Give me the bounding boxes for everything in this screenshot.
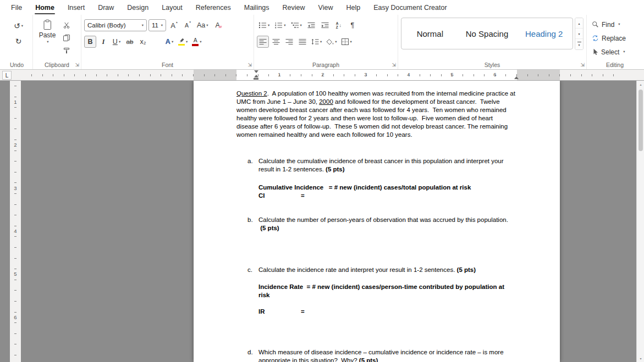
multilevel-list-button[interactable]: ▾ [289,19,304,31]
dialog-launcher-icon[interactable]: ⇲ [580,63,585,68]
highlight-button[interactable]: ▾ [177,36,189,48]
copy-button[interactable] [61,33,72,43]
dialog-launcher-icon[interactable]: ⇲ [392,63,396,68]
menu-tab-design[interactable]: Design [120,0,155,15]
scroll-up-icon[interactable]: ▴ [637,82,644,86]
styles-more-button[interactable]: ▾ [575,39,583,49]
numbered-list-icon [274,22,283,29]
sort-button[interactable]: AZ ↓ [333,19,345,31]
increase-indent-button[interactable] [319,19,331,31]
ci-abbreviation: CI [258,192,301,200]
menu-tab-mailings[interactable]: Mailings [238,0,276,15]
select-button[interactable]: Select ▾ [592,46,640,58]
grow-font-button[interactable]: A ▴ [168,19,180,31]
font-size-value: 11 [152,22,158,29]
group-label-editing: Editing [587,62,643,68]
font-color-button[interactable]: A ▾ [190,36,203,48]
menu-tab-references[interactable]: References [189,0,238,15]
menu-tab-draw[interactable]: Draw [91,0,120,15]
font-name-combo[interactable]: Calibri (Body) ▾ [84,19,147,31]
styles-scroll-up-button[interactable]: ▴ [575,18,583,29]
shrink-font-button[interactable]: A ▾ [181,19,194,31]
replace-button[interactable]: Replace [592,32,640,44]
first-line-indent-marker[interactable] [254,70,258,73]
menu-tab-home[interactable]: Home [29,0,61,15]
menu-tab-review[interactable]: Review [276,0,312,15]
change-case-button[interactable]: Aa ▾ [195,19,210,31]
ribbon-group-clipboard: Paste ▾ [33,15,81,69]
dialog-launcher-icon[interactable]: ⇲ [247,63,252,68]
align-right-button[interactable] [283,36,295,48]
underline-button[interactable]: U ▾ [111,36,123,48]
ir-equals-line: IR= [258,308,515,316]
borders-icon [342,38,349,45]
scrollbar-thumb[interactable] [639,90,643,151]
numbering-button[interactable]: ▾ [273,19,287,31]
group-label-clipboard: Clipboard [33,62,81,68]
bold-button[interactable]: B [84,36,96,48]
format-painter-button[interactable] [61,46,72,55]
group-label-paragraph: Paragraph [254,62,398,68]
chevron-down-icon: ▾ [142,24,144,27]
left-indent-marker[interactable] [254,78,258,80]
hanging-indent-marker[interactable] [254,75,258,77]
align-center-button[interactable] [270,36,282,48]
font-size-combo[interactable]: 11 ▾ [148,19,166,31]
subscript-button[interactable]: x₂ [137,36,149,48]
cumulative-incidence-formula: Cumulative Incidence = # new (incident) … [258,183,515,192]
menu-tab-layout[interactable]: Layout [155,0,189,15]
borders-button[interactable]: ▾ [340,36,354,48]
italic-button[interactable]: I [97,36,109,48]
find-button[interactable]: Find ▾ [592,18,640,31]
group-label-font: Font [81,62,254,68]
text-effects-button[interactable]: A ▾ [163,36,175,48]
chevron-down-icon: ▾ [300,24,302,27]
justify-icon [299,38,306,45]
clear-formatting-button[interactable]: A [212,19,224,31]
dialog-launcher-icon[interactable]: ⇲ [75,63,79,68]
menu-tab-insert[interactable]: Insert [61,0,91,15]
style-no-spacing[interactable]: No Spacing [459,18,516,49]
font-name-value: Calibri (Body) [87,22,126,29]
chevron-down-icon: ▾ [350,40,352,44]
ribbon: ↺ ▾ ↻ Undo Paste ▾ [0,15,644,70]
vertical-scrollbar[interactable]: ▴ ▾ [636,81,644,362]
chevron-down-icon: ▾ [206,24,208,27]
menu-tab-help[interactable]: Help [339,0,367,15]
align-left-button[interactable] [257,36,269,48]
paste-button[interactable]: Paste ▾ [36,16,59,55]
paste-label: Paste [39,31,56,39]
chevron-down-icon: ▾ [47,40,48,44]
strikethrough-button[interactable]: ab [124,36,136,48]
chevron-down-icon: ▾ [618,23,620,26]
show-formatting-marks-button[interactable]: ¶ [346,19,359,31]
shading-button[interactable]: ▾ [324,36,338,48]
styles-scroll-down-button[interactable]: ▾ [575,29,583,39]
superscript-button[interactable] [150,36,162,48]
style-normal[interactable]: Normal [401,18,459,49]
scroll-down-icon[interactable]: ▾ [637,357,644,360]
menu-tab-file[interactable]: File [4,0,29,15]
bullets-button[interactable]: ▾ [257,19,271,31]
document-page[interactable]: Question 2. A population of 100 healthy … [194,81,560,362]
menu-bar: File Home Insert Draw Design Layout Refe… [0,0,644,15]
menu-tab-easy-document-creator[interactable]: Easy Document Creator [367,0,453,15]
undo-button[interactable]: ↺ ▾ [7,20,30,32]
list-item-text: Calculate the cumulative incidence of br… [258,157,515,174]
chevron-down-icon: ▾ [268,24,269,27]
right-indent-marker[interactable] [514,75,519,80]
indent-markers[interactable] [254,70,258,80]
caret-down-icon: ▾ [578,32,580,36]
justify-button[interactable] [296,36,309,48]
increase-indent-icon [321,22,329,29]
tab-stop-selector[interactable]: L [2,71,12,80]
font-color-bar [192,44,199,46]
line-spacing-button[interactable]: ▾ [310,36,323,48]
style-heading-2[interactable]: Heading 2 [515,18,573,49]
cut-button[interactable] [61,20,72,30]
redo-icon: ↻ [15,37,22,45]
redo-button[interactable]: ↻ [7,35,30,47]
ruler-number: 2 [321,71,324,77]
decrease-indent-button[interactable] [305,19,317,31]
menu-tab-view[interactable]: View [312,0,340,15]
